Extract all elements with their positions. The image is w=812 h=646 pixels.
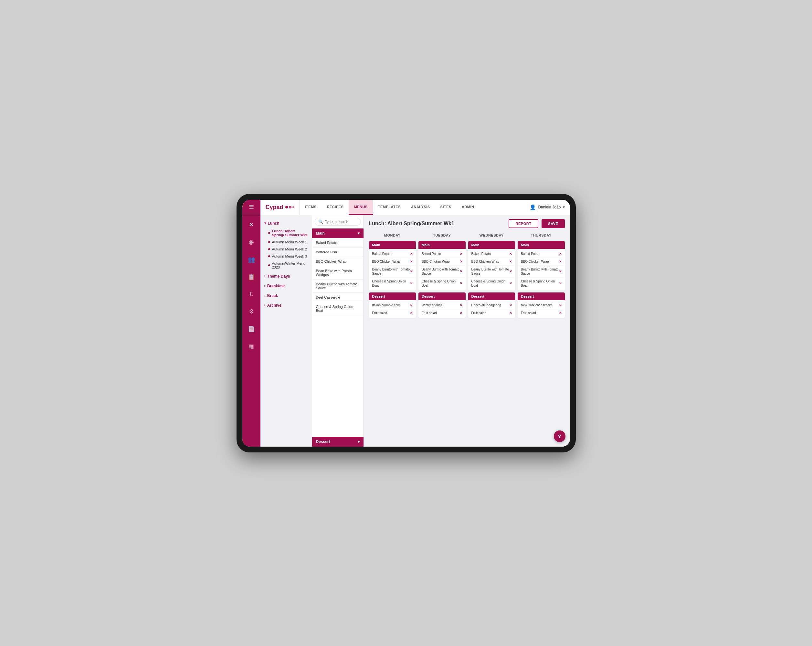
- content-area: Lunch: Albert Spring/Summer Wk1 REPORT S…: [364, 215, 570, 447]
- tree-child-3[interactable]: Autumn Menu Week 3: [264, 253, 312, 260]
- tab-analysis[interactable]: ANALYSIS: [406, 200, 435, 215]
- tuesday-dessert-remove-0[interactable]: ✕: [460, 304, 462, 307]
- tuesday-main-remove-1[interactable]: ✕: [460, 260, 462, 263]
- list-item-3[interactable]: Bean Bake with Potato Wedges: [312, 266, 363, 279]
- wednesday-main-remove-3[interactable]: ✕: [509, 281, 512, 285]
- wednesday-dessert-remove-1[interactable]: ✕: [509, 311, 512, 315]
- tree-child-1[interactable]: Autumn Menu Week 1: [264, 238, 312, 246]
- main-category-header[interactable]: Main ▾: [312, 229, 363, 238]
- tree-parent-lunch[interactable]: ▾ Lunch: [260, 219, 312, 228]
- monday-main-remove-1[interactable]: ✕: [410, 260, 413, 263]
- header-buttons: REPORT SAVE: [508, 219, 565, 228]
- bullet-1: [268, 241, 270, 243]
- tree-parent-archive[interactable]: › Archive: [260, 301, 312, 310]
- meal-item: Baked Potato ✕: [517, 250, 565, 258]
- tuesday-dessert-remove-1[interactable]: ✕: [460, 311, 462, 315]
- tab-items[interactable]: ITEMS: [300, 200, 322, 215]
- tree-parent-theme[interactable]: › Theme Days: [260, 272, 312, 281]
- tree-children-lunch: Lunch: Albert Spring/ Summer Wk1 Autumn …: [260, 228, 312, 271]
- meal-item: Cheese & Spring Onion Boat ✕: [517, 278, 565, 289]
- meal-item: BBQ Chicken Wrap ✕: [418, 258, 466, 266]
- dessert-category-label: Dessert: [316, 440, 330, 444]
- thursday-dessert-remove-1[interactable]: ✕: [559, 311, 562, 315]
- list-item-2[interactable]: BBQ Chicken Wrap: [312, 257, 363, 266]
- thursday-main-remove-2[interactable]: ✕: [559, 270, 562, 273]
- meal-item: Chocolate hedgehog ✕: [468, 301, 515, 309]
- tuesday-main-remove-2[interactable]: ✕: [460, 270, 462, 273]
- currency-icon[interactable]: £: [247, 289, 255, 299]
- wednesday-dessert-items: Chocolate hedgehog ✕ Fruit salad ✕: [468, 300, 515, 318]
- thursday-dessert-remove-0[interactable]: ✕: [559, 304, 562, 307]
- days-header: MONDAY TUESDAY WEDNESDAY THURSDAY: [369, 232, 565, 238]
- logo-dots: [285, 206, 295, 208]
- list-item-6[interactable]: Cheese & Spring Onion Boat: [312, 302, 363, 315]
- thursday-main-item-0: Baked Potato: [521, 252, 559, 256]
- thursday-main-remove-0[interactable]: ✕: [559, 252, 562, 256]
- settings-icon[interactable]: ⚙: [247, 306, 256, 317]
- user-area[interactable]: 👤 Daniela João ▾: [524, 204, 570, 211]
- tuesday-dessert-items: Winter sponge ✕ Fruit salad ✕: [418, 300, 466, 318]
- items-list: Baked Potato Battered Fish BBQ Chicken W…: [312, 238, 363, 437]
- tree-child-4[interactable]: Autumn/Winter Menu 2020: [264, 260, 312, 271]
- logo-text: Cypad: [266, 204, 283, 211]
- list-item-1[interactable]: Battered Fish: [312, 247, 363, 257]
- tree-child-0[interactable]: Lunch: Albert Spring/ Summer Wk1: [264, 228, 312, 238]
- tree-child-label-4: Autumn/Winter Menu 2020: [272, 261, 308, 269]
- tree-parent-break[interactable]: › Break: [260, 292, 312, 300]
- document-icon[interactable]: 📄: [246, 324, 257, 334]
- tree-section-break: › Break: [260, 292, 312, 300]
- wednesday-dessert-item-1: Fruit salad: [472, 311, 510, 315]
- thursday-dessert-item-0: New York cheesecake: [521, 303, 559, 307]
- monday-main-remove-0[interactable]: ✕: [410, 252, 413, 256]
- knife-fork-icon[interactable]: ✕: [247, 219, 256, 230]
- main-category-chevron: ▾: [358, 231, 360, 235]
- dessert-category-footer[interactable]: Dessert ▾: [312, 437, 363, 447]
- hamburger-icon[interactable]: ☰: [249, 203, 254, 211]
- wednesday-main-remove-2[interactable]: ✕: [509, 270, 512, 273]
- tab-menus[interactable]: MENUS: [349, 200, 372, 215]
- bullet-3: [268, 255, 270, 257]
- monday-dessert-remove-1[interactable]: ✕: [410, 311, 413, 315]
- list-item-5[interactable]: Beef Casserole: [312, 293, 363, 302]
- tab-admin[interactable]: ADMIN: [456, 200, 479, 215]
- tree-child-2[interactable]: Autumn Menu Week 2: [264, 246, 312, 253]
- tab-recipes[interactable]: RECIPES: [322, 200, 349, 215]
- users-icon[interactable]: 👥: [246, 254, 257, 265]
- tree-parent-breakfast[interactable]: › Breakfast: [260, 282, 312, 290]
- thursday-main-remove-1[interactable]: ✕: [559, 260, 562, 263]
- thursday-dessert-section: Dessert New York cheesecake ✕ Fruit sala…: [517, 292, 565, 318]
- logo-area: Cypad: [260, 200, 300, 215]
- wednesday-dessert-remove-0[interactable]: ✕: [509, 304, 512, 307]
- thursday-main-remove-3[interactable]: ✕: [559, 281, 562, 285]
- barcode-icon[interactable]: ▦: [247, 341, 256, 352]
- wednesday-main-item-1: BBQ Chicken Wrap: [472, 260, 510, 264]
- help-button[interactable]: ?: [554, 431, 565, 442]
- page-title: Lunch: Albert Spring/Summer Wk1: [369, 221, 454, 226]
- meal-item: Cheese & Spring Onion Boat ✕: [468, 278, 515, 289]
- meal-item: Baked Potato ✕: [468, 250, 515, 258]
- meal-item: Baked Potato ✕: [369, 250, 416, 258]
- database-icon[interactable]: ◉: [247, 237, 256, 247]
- tuesday-main-item-1: BBQ Chicken Wrap: [422, 260, 460, 264]
- chevron-break: ›: [264, 294, 265, 297]
- tab-sites[interactable]: SITES: [435, 200, 456, 215]
- tab-templates[interactable]: TEMPLATES: [373, 200, 406, 215]
- clipboard-icon[interactable]: 📋: [246, 272, 257, 283]
- monday-main-item-2: Beany Burrito with Tomato Sauce: [372, 267, 411, 276]
- save-button[interactable]: SAVE: [542, 219, 565, 228]
- report-button[interactable]: REPORT: [508, 219, 539, 228]
- tree-parent-label-break: Break: [267, 293, 278, 298]
- tuesday-main-remove-0[interactable]: ✕: [460, 252, 462, 256]
- day-header-monday: MONDAY: [369, 232, 416, 238]
- monday-main-remove-2[interactable]: ✕: [410, 270, 413, 273]
- monday-dessert-remove-0[interactable]: ✕: [410, 304, 413, 307]
- list-item-0[interactable]: Baked Potato: [312, 238, 363, 247]
- wednesday-main-remove-0[interactable]: ✕: [509, 252, 512, 256]
- list-item-4[interactable]: Beany Burrito with Tomato Sauce: [312, 279, 363, 293]
- search-input[interactable]: [325, 220, 357, 224]
- tuesday-main-remove-3[interactable]: ✕: [460, 281, 462, 285]
- wednesday-main-remove-1[interactable]: ✕: [509, 260, 512, 263]
- bullet-4: [268, 264, 270, 266]
- monday-main-remove-3[interactable]: ✕: [410, 281, 413, 285]
- wednesday-main-section: Main Baked Potato ✕ BBQ Chicken Wrap ✕: [468, 241, 515, 290]
